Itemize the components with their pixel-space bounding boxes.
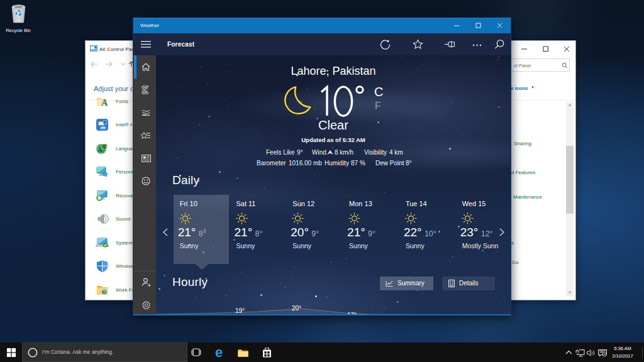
svg-text:A: A	[97, 146, 103, 153]
svg-text:intel: intel	[101, 127, 105, 129]
svg-text:字: 字	[103, 143, 108, 150]
svg-text:A: A	[101, 98, 108, 107]
